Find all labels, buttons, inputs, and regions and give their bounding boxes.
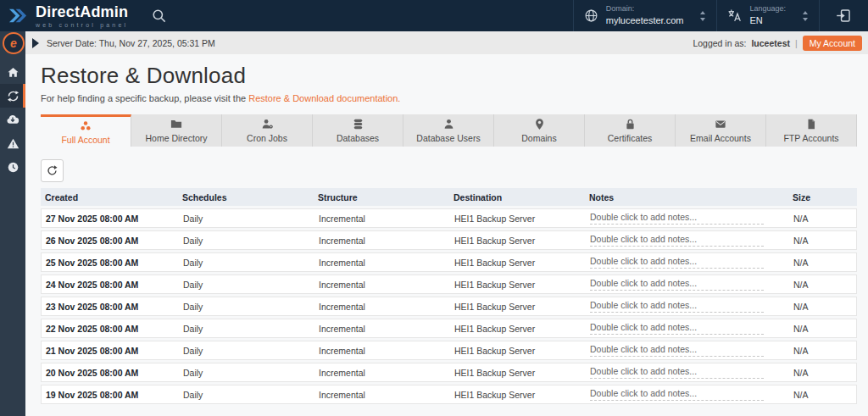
lock-icon: [624, 118, 637, 130]
logout-icon[interactable]: [819, 0, 868, 31]
table-row[interactable]: 23 Nov 2025 08:00 AM Daily Incremental H…: [41, 297, 857, 316]
cell-created: 26 Nov 2025 08:00 AM: [42, 236, 179, 246]
cell-notes: Double click to add notes...: [586, 300, 789, 313]
table-row[interactable]: 19 Nov 2025 08:00 AM Daily Incremental H…: [41, 385, 857, 404]
tab-label: Email Accounts: [690, 133, 751, 143]
tab-label: Full Account: [61, 135, 109, 145]
table-row[interactable]: 25 Nov 2025 08:00 AM Daily Incremental H…: [41, 252, 857, 272]
tab[interactable]: Cron Jobs: [222, 114, 313, 147]
brand-logo[interactable]: DirectAdmin web control panel: [0, 4, 128, 28]
cell-schedules: Daily: [179, 302, 314, 312]
cell-notes: Double click to add notes...: [586, 366, 789, 379]
notes-editable[interactable]: Double click to add notes...: [590, 256, 764, 269]
cell-created: 25 Nov 2025 08:00 AM: [42, 258, 179, 268]
top-bar: DirectAdmin web control panel Domain: my…: [0, 0, 868, 31]
col-header-created[interactable]: Created: [41, 192, 178, 202]
cell-structure: Incremental: [314, 280, 450, 290]
cell-notes: Double click to add notes...: [586, 234, 789, 247]
notes-editable[interactable]: Double click to add notes...: [590, 366, 764, 379]
cell-created: 22 Nov 2025 08:00 AM: [42, 324, 179, 334]
main-content: Restore & Download For help finding a sp…: [25, 54, 868, 416]
cell-created: 24 Nov 2025 08:00 AM: [42, 280, 179, 290]
envelope-icon: [714, 118, 727, 130]
user-avatar[interactable]: e: [3, 32, 25, 54]
tab[interactable]: Email Accounts: [676, 114, 766, 147]
table-row[interactable]: 20 Nov 2025 08:00 AM Daily Incremental H…: [41, 363, 857, 382]
tab-label: Database Users: [416, 133, 480, 143]
language-selector[interactable]: Language: EN: [716, 0, 819, 31]
cell-notes: Double click to add notes...: [586, 388, 789, 401]
table-row[interactable]: 24 Nov 2025 08:00 AM Daily Incremental H…: [41, 275, 857, 294]
tab[interactable]: Databases: [313, 114, 403, 147]
tab[interactable]: FTP Accounts: [766, 114, 857, 147]
status-bar: Server Date: Thu, Nov 27, 2025, 05:31 PM…: [25, 31, 868, 54]
tab[interactable]: Domains: [494, 114, 585, 147]
sidebar-item-cloud-download[interactable]: [0, 108, 25, 131]
tab-label: Certificates: [608, 133, 653, 143]
documentation-link[interactable]: Restore & Download documentation.: [248, 93, 400, 103]
cell-destination: HEI1 Backup Server: [450, 280, 586, 290]
separator: |: [795, 38, 798, 48]
page-title: Restore & Download: [41, 63, 857, 89]
sidebar-item-warning[interactable]: [0, 131, 25, 155]
notes-editable[interactable]: Double click to add notes...: [590, 278, 764, 291]
cell-destination: HEI1 Backup Server: [450, 214, 586, 224]
cell-structure: Incremental: [314, 346, 450, 356]
tab-label: Home Directory: [146, 133, 208, 143]
cell-size: N/A: [789, 280, 856, 290]
notes-editable[interactable]: Double click to add notes...: [590, 212, 764, 225]
backups-table: Created Schedules Structure Destination …: [41, 188, 857, 404]
cell-destination: HEI1 Backup Server: [450, 302, 586, 312]
table-row[interactable]: 27 Nov 2025 08:00 AM Daily Incremental H…: [41, 208, 857, 228]
my-account-button[interactable]: My Account: [803, 36, 862, 51]
tab[interactable]: Certificates: [585, 114, 676, 147]
tab[interactable]: Full Account: [41, 114, 131, 147]
cell-structure: Incremental: [314, 214, 450, 224]
translate-icon: [727, 8, 742, 23]
cell-destination: HEI1 Backup Server: [450, 236, 586, 246]
table-row[interactable]: 21 Nov 2025 08:00 AM Daily Incremental H…: [41, 341, 857, 360]
col-header-schedules[interactable]: Schedules: [178, 192, 314, 202]
home-icon: [7, 66, 19, 79]
cell-structure: Incremental: [314, 368, 450, 378]
cell-destination: HEI1 Backup Server: [450, 368, 586, 378]
notes-editable[interactable]: Double click to add notes...: [590, 322, 764, 335]
table-row[interactable]: 26 Nov 2025 08:00 AM Daily Incremental H…: [41, 230, 857, 250]
cell-destination: HEI1 Backup Server: [450, 390, 586, 400]
cell-size: N/A: [789, 236, 856, 246]
cell-size: N/A: [789, 258, 856, 268]
cell-schedules: Daily: [179, 214, 314, 224]
cell-size: N/A: [789, 324, 856, 334]
notes-editable[interactable]: Double click to add notes...: [590, 300, 764, 313]
col-header-structure[interactable]: Structure: [314, 192, 449, 202]
table-row[interactable]: 22 Nov 2025 08:00 AM Daily Incremental H…: [41, 319, 857, 338]
notes-editable[interactable]: Double click to add notes...: [590, 344, 764, 357]
tab-label: Databases: [337, 133, 379, 143]
cell-size: N/A: [789, 302, 856, 312]
sidebar-item-clock[interactable]: [0, 155, 25, 179]
notes-editable[interactable]: Double click to add notes...: [590, 388, 764, 401]
domain-selector[interactable]: Domain: myluceetester.com: [573, 0, 717, 31]
sidebar-item-restore[interactable]: [0, 84, 25, 108]
col-header-size[interactable]: Size: [788, 192, 857, 202]
globe-icon: [584, 8, 598, 23]
cell-structure: Incremental: [314, 390, 450, 400]
col-header-notes[interactable]: Notes: [585, 192, 788, 202]
cell-schedules: Daily: [179, 236, 314, 246]
user-icon: [442, 118, 455, 130]
cell-notes: Double click to add notes...: [586, 344, 789, 357]
search-icon[interactable]: [147, 4, 170, 28]
directadmin-logo-icon: [8, 5, 29, 26]
tab-bar: Full Account Home Directory Cron Jobs Da…: [41, 114, 857, 147]
cell-notes: Double click to add notes...: [586, 322, 789, 335]
tab[interactable]: Database Users: [403, 114, 494, 147]
file-icon: [805, 118, 817, 130]
tab[interactable]: Home Directory: [131, 114, 222, 147]
refresh-button[interactable]: [41, 159, 64, 182]
col-header-destination[interactable]: Destination: [449, 192, 585, 202]
brand-name: DirectAdmin: [36, 4, 128, 19]
sidebar-item-home[interactable]: [0, 60, 25, 84]
table-header-row: Created Schedules Structure Destination …: [41, 188, 857, 206]
breadcrumb-arrow: [32, 38, 39, 48]
notes-editable[interactable]: Double click to add notes...: [590, 234, 764, 247]
